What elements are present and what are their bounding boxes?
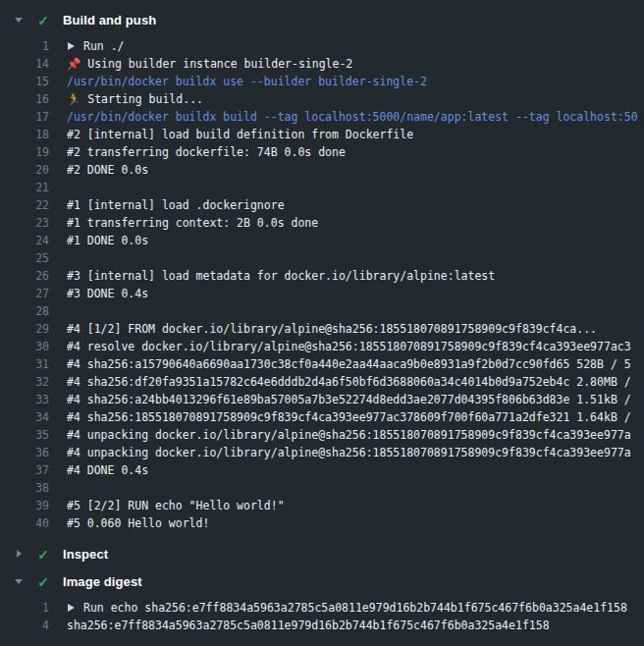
log-line: 33#4 sha256:a24bb4013296f61e89ba57005a7b… bbox=[0, 391, 644, 408]
play-icon[interactable] bbox=[68, 42, 75, 50]
log-text: Run echo sha256:e7ff8834a5963a2785c5a081… bbox=[67, 599, 644, 617]
line-number[interactable]: 22 bbox=[0, 196, 49, 214]
log-line: 29#4 [1/2] FROM docker.io/library/alpine… bbox=[0, 320, 644, 338]
log-line: 23#1 transferring context: 2B 0.0s done bbox=[0, 214, 644, 232]
log-line: 28 bbox=[0, 302, 644, 320]
log-line: 40#5 0.060 Hello world! bbox=[0, 514, 644, 532]
line-number[interactable]: 26 bbox=[0, 267, 49, 285]
line-number[interactable]: 14 bbox=[0, 55, 49, 73]
log-text: #4 [1/2] FROM docker.io/library/alpine@s… bbox=[67, 320, 644, 338]
play-icon[interactable] bbox=[68, 604, 75, 612]
log-line: 38 bbox=[0, 479, 644, 497]
log-text bbox=[67, 479, 644, 497]
line-number[interactable]: 40 bbox=[0, 514, 49, 532]
line-number[interactable]: 34 bbox=[0, 408, 49, 426]
log-line: 1Run ./ bbox=[0, 37, 644, 55]
line-number[interactable]: 4 bbox=[0, 617, 49, 634]
line-number[interactable]: 19 bbox=[0, 143, 49, 161]
log-line: 14📌 Using builder instance builder-singl… bbox=[0, 55, 644, 73]
log-line: 4sha256:e7ff8834a5963a2785c5a0811e979d16… bbox=[0, 617, 644, 634]
section-title: Inspect bbox=[63, 547, 108, 562]
line-number[interactable]: 17 bbox=[0, 108, 49, 126]
log-text: /usr/bin/docker buildx build --tag local… bbox=[67, 108, 644, 126]
log-text: #4 sha256:185518070891758909c9f839cf4ca3… bbox=[67, 408, 644, 426]
log-text: #1 DONE 0.0s bbox=[67, 232, 644, 249]
line-number[interactable]: 36 bbox=[0, 444, 49, 461]
log-line: 24#1 DONE 0.0s bbox=[0, 232, 644, 249]
line-number[interactable]: 20 bbox=[0, 161, 49, 179]
line-number[interactable]: 39 bbox=[0, 497, 49, 514]
log-text: #5 0.060 Hello world! bbox=[67, 514, 644, 532]
log-text: #3 [internal] load metadata for docker.i… bbox=[67, 267, 644, 285]
log-line: 15/usr/bin/docker buildx use --builder b… bbox=[0, 73, 644, 90]
section-build-and-push: ✓ Build and push 1Run ./14📌 Using builde… bbox=[0, 6, 644, 540]
line-number[interactable]: 1 bbox=[0, 599, 49, 617]
log-text bbox=[67, 302, 644, 320]
log-text: #3 DONE 0.4s bbox=[67, 285, 644, 302]
section-title: Build and push bbox=[63, 13, 156, 27]
log-line: 37#4 DONE 0.4s bbox=[0, 461, 644, 479]
log-line: 27#3 DONE 0.4s bbox=[0, 285, 644, 302]
section-inspect: ✓ Inspect bbox=[0, 540, 644, 567]
log-line: 32#4 sha256:df20fa9351a15782c64e6dddb2d4… bbox=[0, 373, 644, 391]
log-line: 20#2 DONE 0.0s bbox=[0, 161, 644, 179]
log-line: 26#3 [internal] load metadata for docker… bbox=[0, 267, 644, 285]
log-text bbox=[67, 249, 644, 267]
log-line: 25 bbox=[0, 249, 644, 267]
log-line: 16🏃 Starting build... bbox=[0, 90, 644, 108]
log-text: #1 transferring context: 2B 0.0s done bbox=[67, 214, 644, 232]
line-number[interactable]: 18 bbox=[0, 126, 49, 143]
line-number[interactable]: 21 bbox=[0, 179, 49, 196]
log-line: 1Run echo sha256:e7ff8834a5963a2785c5a08… bbox=[0, 599, 644, 617]
line-number[interactable]: 33 bbox=[0, 391, 49, 408]
chevron-down-icon[interactable] bbox=[12, 18, 26, 23]
line-number[interactable]: 37 bbox=[0, 461, 49, 479]
log-text: /usr/bin/docker buildx use --builder bui… bbox=[67, 73, 644, 90]
log-text: #5 [2/2] RUN echo "Hello world!" bbox=[67, 497, 644, 514]
log-line: 21 bbox=[0, 179, 644, 196]
log-line: 34#4 sha256:185518070891758909c9f839cf4c… bbox=[0, 408, 644, 426]
log-text: #1 [internal] load .dockerignore bbox=[67, 196, 644, 214]
log-line: 39#5 [2/2] RUN echo "Hello world!" bbox=[0, 497, 644, 514]
chevron-down-icon[interactable] bbox=[12, 579, 26, 584]
section-header-build-and-push[interactable]: ✓ Build and push bbox=[0, 6, 644, 33]
log-text: #4 unpacking docker.io/library/alpine@sh… bbox=[67, 444, 644, 461]
line-number[interactable]: 30 bbox=[0, 338, 49, 355]
section-header-inspect[interactable]: ✓ Inspect bbox=[0, 540, 644, 567]
log-line: 31#4 sha256:a15790640a6690aa1730c38cf0a4… bbox=[0, 355, 644, 373]
line-number[interactable]: 38 bbox=[0, 479, 49, 497]
log-line: 30#4 resolve docker.io/library/alpine@sh… bbox=[0, 338, 644, 355]
log-text: sha256:e7ff8834a5963a2785c5a0811e979d16b… bbox=[67, 617, 644, 634]
line-number[interactable]: 24 bbox=[0, 232, 49, 249]
line-number[interactable]: 16 bbox=[0, 90, 49, 108]
log-text: #4 unpacking docker.io/library/alpine@sh… bbox=[67, 426, 644, 444]
job-log-viewer: ✓ Build and push 1Run ./14📌 Using builde… bbox=[0, 0, 644, 642]
section-header-image-digest[interactable]: ✓ Image digest bbox=[0, 567, 644, 595]
line-number[interactable]: 27 bbox=[0, 285, 49, 302]
log-line: 22#1 [internal] load .dockerignore bbox=[0, 196, 644, 214]
log-text: #2 transferring dockerfile: 74B 0.0s don… bbox=[67, 143, 644, 161]
line-number[interactable]: 1 bbox=[0, 37, 49, 55]
log-text: #4 resolve docker.io/library/alpine@sha2… bbox=[67, 338, 644, 355]
log-text: #2 [internal] load build definition from… bbox=[67, 126, 644, 143]
log-text: #4 sha256:df20fa9351a15782c64e6dddb2d4a6… bbox=[67, 373, 644, 391]
line-number[interactable]: 35 bbox=[0, 426, 49, 444]
success-check-icon: ✓ bbox=[35, 572, 51, 590]
chevron-right-icon[interactable] bbox=[12, 550, 26, 558]
log-text: 🏃 Starting build... bbox=[67, 90, 644, 108]
log-line: 17/usr/bin/docker buildx build --tag loc… bbox=[0, 108, 644, 126]
log-lines-build-and-push: 1Run ./14📌 Using builder instance builde… bbox=[0, 33, 644, 540]
line-number[interactable]: 15 bbox=[0, 73, 49, 90]
log-text: #2 DONE 0.0s bbox=[67, 161, 644, 179]
section-image-digest: ✓ Image digest 1Run echo sha256:e7ff8834… bbox=[0, 567, 644, 642]
line-number[interactable]: 25 bbox=[0, 249, 49, 267]
log-text: #4 sha256:a15790640a6690aa1730c38cf0a440… bbox=[67, 355, 644, 373]
line-number[interactable]: 23 bbox=[0, 214, 49, 232]
line-number[interactable]: 31 bbox=[0, 355, 49, 373]
line-number[interactable]: 28 bbox=[0, 302, 49, 320]
log-line: 19#2 transferring dockerfile: 74B 0.0s d… bbox=[0, 143, 644, 161]
log-text: Run ./ bbox=[67, 37, 644, 55]
log-lines-image-digest: 1Run echo sha256:e7ff8834a5963a2785c5a08… bbox=[0, 595, 644, 642]
line-number[interactable]: 32 bbox=[0, 373, 49, 391]
line-number[interactable]: 29 bbox=[0, 320, 49, 338]
